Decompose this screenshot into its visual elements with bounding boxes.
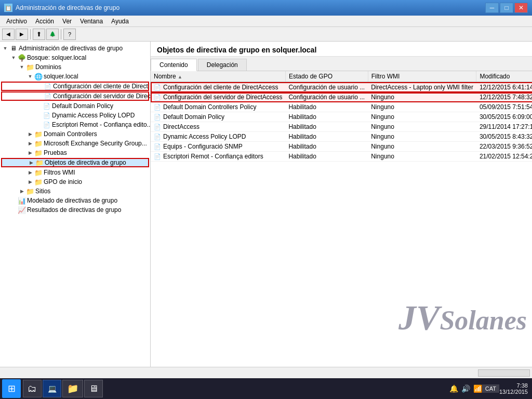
table-row[interactable]: 📄 Equips - Configuració SNMP Habilitado …: [151, 142, 532, 152]
table-row[interactable]: 📄 DirectAccess Habilitado Ninguno 29/11/…: [151, 122, 532, 132]
tree-item-exch[interactable]: ▶ 📁 Microsoft Exchange Security Group...: [0, 139, 150, 148]
left-panel[interactable]: ▼ 🖥 Administración de directivas de grup…: [0, 42, 151, 367]
row-gpo-icon: 📄: [154, 84, 161, 91]
tree-label-root: Administración de directivas de grupo: [19, 45, 123, 52]
tree-item-modelado[interactable]: 📊 Modelado de directivas de grupo: [0, 196, 150, 205]
expand-escritori[interactable]: [34, 121, 43, 129]
objdirectiva-icon: 📁: [35, 158, 44, 167]
expand-modelado[interactable]: [9, 196, 18, 205]
right-panel: Objetos de directiva de grupo en solquer…: [151, 42, 532, 367]
expand-solquer[interactable]: ▼: [26, 72, 34, 81]
expand-dc[interactable]: ▶: [26, 130, 34, 138]
expand-pruebas[interactable]: ▶: [26, 149, 34, 157]
expand-cfgcliente[interactable]: [35, 82, 44, 90]
gpo-table: Nombre ▲ Estado de GPO Filtro WMI Modifi…: [151, 71, 532, 162]
status-progress: [478, 369, 530, 377]
table-row[interactable]: 📄 Default Domain Controllers Policy Habi…: [151, 102, 532, 112]
toolbar-forward[interactable]: ▶: [16, 29, 28, 40]
taskbar-folder[interactable]: 📁: [62, 380, 83, 397]
tree-item-solquer[interactable]: ▼ 🌐 solquer.local: [0, 72, 150, 81]
ddp-icon: 📄: [43, 102, 51, 110]
expand-gpoinicio[interactable]: ▶: [26, 178, 34, 186]
maximize-button[interactable]: □: [500, 3, 513, 13]
tree-item-sitios[interactable]: ▶ 📁 Sitios: [0, 187, 150, 196]
toolbar-up[interactable]: ⬆: [33, 29, 45, 40]
tree-item-gpoinicio[interactable]: ▶ 📁 GPO de inicio: [0, 177, 150, 187]
taskbar-explorer[interactable]: 🗂: [23, 380, 42, 397]
tree-item-root[interactable]: ▼ 🖥 Administración de directivas de grup…: [0, 44, 150, 53]
expand-exch[interactable]: ▶: [26, 139, 34, 148]
tree-item-pruebas[interactable]: ▶ 📁 Pruebas: [0, 148, 150, 157]
table-row[interactable]: 📄 Configuración del cliente de DirectAcc…: [151, 82, 532, 92]
cell-modificado: 12/12/2015 7:48:32: [476, 92, 532, 102]
col-estado[interactable]: Estado de GPO: [285, 71, 368, 82]
tree-item-cfgcliente[interactable]: 📄 Configuración del cliente de Direct...: [1, 82, 149, 91]
cell-estado: Habilitado: [285, 102, 368, 112]
table-row[interactable]: 📄 Dynamic Access Policy LOPD Habilitado …: [151, 132, 532, 142]
table-row[interactable]: 📄 Configuración del servidor de DirectAc…: [151, 92, 532, 102]
menu-ver[interactable]: Ver: [58, 17, 76, 26]
tray-network-icon2: 📶: [473, 384, 482, 393]
col-modificado[interactable]: Modificado: [476, 71, 532, 82]
expand-resultados[interactable]: [9, 206, 18, 214]
cell-estado: Configuración de usuario ...: [285, 92, 368, 102]
minimize-button[interactable]: ─: [485, 3, 499, 13]
col-nombre[interactable]: Nombre ▲: [151, 71, 285, 82]
tree-label-ddp: Default Domain Policy: [52, 102, 113, 110]
menu-archivo[interactable]: Archivo: [2, 17, 31, 26]
col-filtro[interactable]: Filtro WMI: [368, 71, 476, 82]
taskbar-clock[interactable]: 7:38 13/12/2015: [499, 382, 528, 395]
expand-dominios[interactable]: ▼: [18, 63, 26, 71]
toolbar-back[interactable]: ◀: [2, 29, 15, 40]
tree-label-dc: Domain Controllers: [44, 130, 97, 138]
expand-filtroswmi[interactable]: ▶: [26, 168, 34, 177]
row-gpo-icon: 📄: [154, 153, 161, 160]
row-gpo-icon: 📄: [154, 143, 161, 150]
tree-item-cfgservidor[interactable]: 📄 Configuración del servidor de Direc...: [1, 91, 149, 101]
close-button[interactable]: ✕: [514, 3, 528, 13]
tab-delegacion[interactable]: Delegación: [198, 59, 247, 71]
tree-item-ddp[interactable]: 📄 Default Domain Policy: [0, 101, 150, 111]
table-container[interactable]: Nombre ▲ Estado de GPO Filtro WMI Modifi…: [151, 71, 532, 367]
cfgcliente-icon: 📄: [44, 82, 52, 90]
start-button[interactable]: ⊞: [2, 379, 21, 398]
cell-filtro: Ninguno: [368, 142, 476, 152]
expand-sitios[interactable]: ▶: [18, 187, 26, 195]
menu-ventana[interactable]: Ventana: [76, 17, 107, 26]
table-row[interactable]: 📄 Default Domain Policy Habilitado Ningu…: [151, 112, 532, 122]
toolbar-show-tree[interactable]: 🌲: [46, 29, 59, 40]
window-controls: ─ □ ✕: [485, 3, 528, 13]
tree-item-bosque[interactable]: ▼ 🌳 Bosque: solquer.local: [0, 53, 150, 62]
cell-filtro: Ninguno: [368, 102, 476, 112]
tree-label-cfgcliente: Configuración del cliente de Direct...: [53, 83, 151, 90]
expand-bosque[interactable]: ▼: [9, 54, 18, 62]
table-row[interactable]: 📄 Escriptori Remot - Confiança editors H…: [151, 152, 532, 162]
cell-name: 📄 DirectAccess: [151, 122, 285, 132]
taskbar-lang[interactable]: CAT: [482, 384, 499, 393]
tab-contenido[interactable]: Contenido: [151, 59, 197, 71]
expand-objdirectiva[interactable]: ▶: [27, 158, 35, 167]
expand-cfgservidor[interactable]: [35, 92, 44, 100]
tree-item-filtroswmi[interactable]: ▶ 📁 Filtros WMI: [0, 168, 150, 177]
tree-label-sitios: Sitios: [35, 188, 50, 195]
taskbar-powershell[interactable]: 💻: [43, 380, 61, 397]
expand-root[interactable]: ▼: [1, 44, 9, 52]
tree-item-dominios[interactable]: ▼ 📁 Dominios: [0, 62, 150, 72]
tree-item-escritori[interactable]: 📄 Escriptori Remot - Confiança edito...: [0, 120, 150, 129]
tree-item-dapl[interactable]: 📄 Dynamic Access Policy LOPD: [0, 111, 150, 120]
toolbar-help[interactable]: ?: [63, 29, 76, 40]
row-gpo-icon: 📄: [154, 124, 161, 130]
tree-item-dc[interactable]: ▶ 📁 Domain Controllers: [0, 129, 150, 139]
tree-item-objdirectiva[interactable]: ▶ 📁 Objetos de directiva de grupo: [1, 158, 149, 167]
taskbar-server[interactable]: 🖥: [84, 380, 103, 397]
menu-ayuda[interactable]: Ayuda: [107, 17, 133, 26]
tree-item-resultados[interactable]: 📈 Resultados de directivas de grupo: [0, 205, 150, 215]
modelado-icon: 📊: [18, 196, 26, 205]
resultados-icon: 📈: [18, 206, 26, 214]
expand-dapl[interactable]: [34, 111, 43, 119]
pruebas-icon: 📁: [34, 149, 43, 157]
menu-accion[interactable]: Acción: [31, 17, 58, 26]
tree-label-exch: Microsoft Exchange Security Group...: [44, 140, 147, 147]
expand-ddp[interactable]: [34, 102, 43, 110]
cell-estado: Habilitado: [285, 132, 368, 142]
